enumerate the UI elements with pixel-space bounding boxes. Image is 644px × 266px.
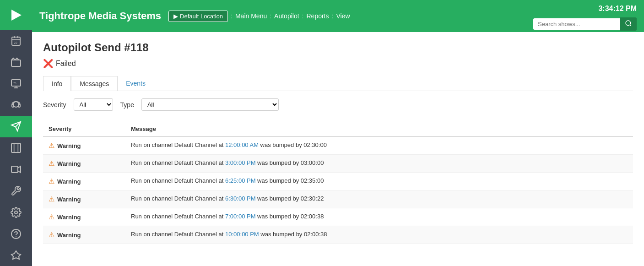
logo-icon <box>8 7 24 23</box>
nav-autopilot[interactable]: Autopilot <box>274 12 299 20</box>
svg-text:75: 75 <box>13 82 16 85</box>
search-button[interactable] <box>620 17 637 31</box>
nav-sep-1: : <box>231 12 233 20</box>
time-link[interactable]: 10:00:00 PM <box>225 231 259 238</box>
nav-reports[interactable]: Reports <box>306 12 329 20</box>
warning-icon: ⚠ <box>49 213 54 221</box>
col-message: Message <box>131 125 628 132</box>
sidebar-item-monitor[interactable]: 75 <box>0 73 32 94</box>
clapper-icon <box>11 57 22 68</box>
type-label: Type <box>120 101 134 109</box>
table-header: Severity Message <box>43 122 633 137</box>
severity-select[interactable]: All Warning Error Info <box>74 98 113 111</box>
wrench-icon <box>11 185 22 196</box>
svg-text:22: 22 <box>14 41 17 44</box>
tabs: Info Messages Events <box>43 76 633 91</box>
app-title: Tightrope Media Systems <box>39 10 161 22</box>
message-cell: Run on channel Default Channel at 7:00:0… <box>131 213 628 221</box>
location-button[interactable]: ▶ Default Location <box>168 11 228 22</box>
severity-cell: ⚠ Warning <box>49 231 131 239</box>
time-link[interactable]: 7:00:00 PM <box>225 213 256 220</box>
nav-main-menu[interactable]: Main Menu <box>235 12 267 20</box>
time-link[interactable]: 6:30:00 PM <box>225 195 256 202</box>
video-icon <box>11 164 22 175</box>
severity-label: Warning <box>57 142 81 149</box>
calendar-icon: 22 <box>11 35 22 46</box>
sidebar-item-film[interactable] <box>0 137 32 159</box>
col-severity: Severity <box>49 125 131 132</box>
message-cell: Run on channel Default Channel at 6:25:0… <box>131 177 628 185</box>
table-row: ⚠ Warning Run on channel Default Channel… <box>43 226 633 244</box>
tab-messages[interactable]: Messages <box>71 76 118 91</box>
filters: Severity All Warning Error Info Type All <box>43 98 633 111</box>
nav-sep-2: : <box>270 12 271 20</box>
logo[interactable] <box>0 0 32 30</box>
page-title: Autopilot Send #118 <box>43 41 633 54</box>
svg-rect-18 <box>17 143 18 152</box>
warning-icon: ⚠ <box>49 231 54 239</box>
sidebar-item-settings[interactable] <box>0 201 32 223</box>
sidebar-item-person[interactable] <box>0 244 32 266</box>
message-cell: Run on channel Default Channel at 10:00:… <box>131 231 628 239</box>
messages-table: Severity Message ⚠ Warning Run on channe… <box>43 122 633 244</box>
search-input[interactable] <box>533 18 620 30</box>
warning-icon: ⚠ <box>49 177 54 185</box>
severity-label: Warning <box>57 232 81 239</box>
sidebar-item-video[interactable] <box>0 159 32 180</box>
message-cell: Run on channel Default Channel at 3:00:0… <box>131 159 628 168</box>
message-cell: Run on channel Default Channel at 6:30:0… <box>131 195 628 203</box>
time-link[interactable]: 3:00:00 PM <box>225 159 256 166</box>
nav-view[interactable]: View <box>336 12 350 20</box>
table-row: ⚠ Warning Run on channel Default Channel… <box>43 155 633 173</box>
table-body: ⚠ Warning Run on channel Default Channel… <box>43 137 633 244</box>
person-icon <box>11 250 22 261</box>
table-row: ⚠ Warning Run on channel Default Channel… <box>43 208 633 226</box>
warning-icon: ⚠ <box>49 195 54 203</box>
status-row: ❌ Failed <box>43 59 633 69</box>
severity-label: Severity <box>43 101 66 109</box>
nav-sep-4: : <box>332 12 334 20</box>
location-label: Default Location <box>180 13 223 20</box>
status-icon: ❌ <box>43 59 53 69</box>
main-content: Autopilot Send #118 ❌ Failed Info Messag… <box>32 32 644 253</box>
severity-cell: ⚠ Warning <box>49 177 131 185</box>
severity-label: Warning <box>57 214 81 221</box>
current-time: 3:34:12 PM <box>598 5 637 13</box>
time-link[interactable]: 12:00:00 AM <box>225 141 259 148</box>
monitor-icon: 75 <box>11 78 22 89</box>
time-link[interactable]: 6:25:00 PM <box>225 177 256 184</box>
tab-info[interactable]: Info <box>43 76 71 91</box>
severity-cell: ⚠ Warning <box>49 141 131 150</box>
sidebar-item-calendar[interactable]: 22 <box>0 30 32 52</box>
search-icon <box>625 20 632 27</box>
headset-icon <box>11 100 22 111</box>
tab-events[interactable]: Events <box>118 76 154 91</box>
gear-icon <box>11 207 22 218</box>
warning-icon: ⚠ <box>49 159 54 168</box>
severity-cell: ⚠ Warning <box>49 195 131 203</box>
table-row: ⚠ Warning Run on channel Default Channel… <box>43 137 633 155</box>
severity-cell: ⚠ Warning <box>49 213 131 221</box>
sidebar-item-support[interactable] <box>0 94 32 116</box>
table-row: ⚠ Warning Run on channel Default Channel… <box>43 190 633 208</box>
svg-point-20 <box>15 211 17 214</box>
svg-rect-17 <box>14 143 15 152</box>
severity-label: Warning <box>57 160 81 167</box>
sidebar-item-help[interactable] <box>0 223 32 244</box>
sidebar-item-media[interactable] <box>0 51 32 73</box>
severity-label: Warning <box>57 196 81 203</box>
severity-cell: ⚠ Warning <box>49 159 131 168</box>
sidebar-item-send[interactable] <box>0 116 32 137</box>
svg-rect-6 <box>11 60 21 66</box>
sidebar-item-wrench[interactable] <box>0 180 32 202</box>
svg-line-24 <box>630 25 631 26</box>
type-select[interactable]: All <box>141 98 279 111</box>
status-text: Failed <box>56 60 76 68</box>
severity-label: Warning <box>57 178 81 185</box>
location-arrow: ▶ <box>173 13 178 20</box>
svg-rect-19 <box>11 166 18 173</box>
header: Tightrope Media Systems ▶ Default Locati… <box>32 0 644 32</box>
sidebar: 22 75 <box>0 0 32 266</box>
warning-icon: ⚠ <box>49 141 54 150</box>
svg-rect-16 <box>11 143 21 152</box>
